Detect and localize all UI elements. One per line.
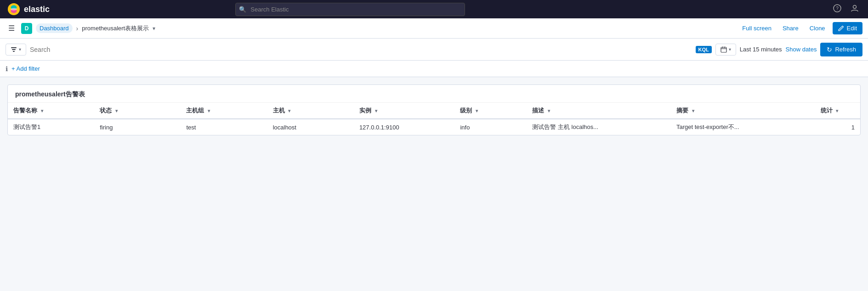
elastic-logo-icon — [7, 3, 20, 16]
refresh-label: Refresh — [835, 46, 856, 53]
svg-rect-9 — [13, 51, 15, 52]
sort-status-icon: ▾ — [115, 108, 118, 113]
cell-hostgroup: test — [181, 119, 267, 135]
svg-rect-7 — [11, 47, 17, 48]
panel-title: prometheusalert告警表 — [8, 85, 860, 103]
filter-type-chevron-icon: ▾ — [19, 47, 21, 52]
info-circle-icon: ℹ — [6, 65, 8, 73]
add-filter-bar: ℹ + Add filter — [0, 61, 868, 77]
user-icon — [851, 4, 859, 12]
help-icon: ? — [833, 4, 841, 12]
calendar-icon — [720, 46, 727, 53]
search-input[interactable] — [30, 46, 692, 53]
col-header-stats[interactable]: 统计 ▾ — [815, 103, 860, 119]
col-header-desc[interactable]: 描述 ▾ — [527, 103, 671, 119]
sort-stats-icon: ▾ — [836, 108, 838, 113]
col-header-hostgroup[interactable]: 主机组 ▾ — [181, 103, 267, 119]
time-label: Last 15 minutes — [740, 46, 782, 53]
edit-label: Edit — [847, 25, 857, 32]
sort-host-icon: ▾ — [288, 108, 290, 113]
avatar: D — [21, 23, 32, 34]
svg-rect-10 — [721, 47, 726, 52]
cell-summary: Target test-exporter不... — [671, 119, 815, 135]
breadcrumb-dashboard-link[interactable]: Dashboard — [36, 23, 73, 33]
top-nav: elastic 🔍 ? — [0, 0, 868, 18]
svg-rect-8 — [12, 49, 16, 50]
cell-name: 测试告警1 — [8, 119, 94, 135]
sort-instance-icon: ▾ — [375, 108, 377, 113]
breadcrumb-bar: ☰ D Dashboard › prometheusalert表格展示 ▾ Fu… — [0, 18, 868, 39]
refresh-icon: ↻ — [827, 46, 832, 53]
breadcrumb-current-page: prometheusalert表格展示 — [82, 24, 149, 33]
add-filter-link[interactable]: + Add filter — [11, 65, 40, 72]
col-header-instance[interactable]: 实例 ▾ — [354, 103, 455, 119]
time-picker-button[interactable]: ▾ — [715, 44, 736, 56]
share-button[interactable]: Share — [779, 23, 802, 34]
sort-desc-icon: ▾ — [548, 108, 550, 113]
elastic-logo-text: elastic — [24, 5, 50, 14]
cell-status: firing — [94, 119, 181, 135]
add-filter-label: + Add filter — [11, 65, 40, 72]
user-icon-button[interactable] — [849, 2, 861, 16]
cell-level: info — [454, 119, 527, 135]
svg-point-6 — [853, 6, 856, 9]
cell-instance: 127.0.0.1:9100 — [354, 119, 455, 135]
table-header: 告警名称 ▾ 状态 ▾ 主机组 ▾ 主机 ▾ — [8, 103, 860, 119]
alert-panel: prometheusalert告警表 告警名称 ▾ 状态 ▾ 主机组 ▾ — [7, 84, 861, 135]
show-dates-link[interactable]: Show dates — [786, 46, 817, 53]
edit-button[interactable]: Edit — [833, 22, 862, 34]
full-screen-button[interactable]: Full screen — [738, 23, 775, 34]
cell-stats: 1 — [815, 119, 860, 135]
col-header-status[interactable]: 状态 ▾ — [94, 103, 181, 119]
refresh-button[interactable]: ↻ Refresh — [820, 43, 862, 56]
filter-type-icon — [11, 46, 17, 53]
filter-bar: ▾ KQL ▾ Last 15 minutes Show dates ↻ Ref… — [0, 39, 868, 61]
table-body: 测试告警1 firing test localhost 127.0.0.1:91… — [8, 119, 860, 135]
col-header-name[interactable]: 告警名称 ▾ — [8, 103, 94, 119]
cell-host: localhost — [267, 119, 354, 135]
sort-level-icon: ▾ — [476, 108, 478, 113]
svg-rect-12 — [722, 46, 723, 48]
svg-text:?: ? — [836, 6, 839, 11]
kql-badge[interactable]: KQL — [696, 46, 712, 53]
breadcrumb-chevron-icon[interactable]: ▾ — [153, 25, 155, 32]
cell-desc: 测试告警 主机 localhos... — [527, 119, 671, 135]
breadcrumb-actions: Full screen Share Clone Edit — [738, 22, 862, 34]
col-header-host[interactable]: 主机 ▾ — [267, 103, 354, 119]
sort-hostgroup-icon: ▾ — [208, 108, 210, 113]
sort-summary-icon: ▾ — [692, 108, 694, 113]
col-header-summary[interactable]: 摘要 ▾ — [671, 103, 815, 119]
global-search-input[interactable] — [235, 3, 465, 16]
edit-icon — [838, 25, 844, 31]
search-icon: 🔍 — [239, 6, 246, 13]
clone-button[interactable]: Clone — [806, 23, 829, 34]
global-search-container: 🔍 — [235, 3, 465, 16]
alert-table: 告警名称 ▾ 状态 ▾ 主机组 ▾ 主机 ▾ — [8, 103, 860, 135]
main-content: prometheusalert告警表 告警名称 ▾ 状态 ▾ 主机组 ▾ — [0, 77, 868, 291]
time-picker-chevron-icon: ▾ — [729, 47, 731, 52]
nav-right: ? — [831, 2, 861, 16]
table-row[interactable]: 测试告警1 firing test localhost 127.0.0.1:91… — [8, 119, 860, 135]
filter-type-button[interactable]: ▾ — [6, 44, 26, 56]
help-icon-button[interactable]: ? — [831, 2, 843, 16]
breadcrumb-separator: › — [76, 25, 79, 32]
col-header-level[interactable]: 级别 ▾ — [454, 103, 527, 119]
hamburger-button[interactable]: ☰ — [6, 22, 17, 34]
sort-name-icon: ▾ — [41, 108, 43, 113]
svg-point-3 — [11, 8, 17, 11]
svg-rect-13 — [724, 46, 725, 48]
elastic-logo: elastic — [7, 3, 50, 16]
